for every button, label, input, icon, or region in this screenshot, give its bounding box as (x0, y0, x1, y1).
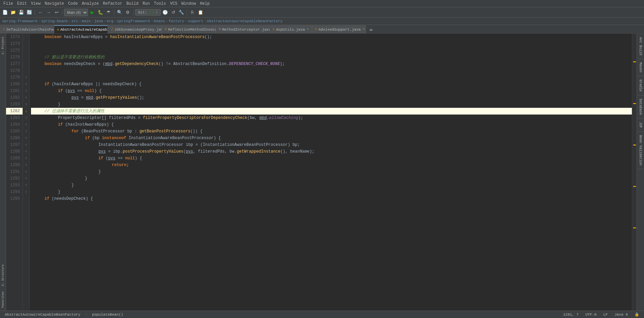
menu-help[interactable]: Help (198, 1, 212, 7)
bc-sep9: › (185, 19, 187, 23)
bc-beans[interactable]: beans (154, 19, 165, 23)
toolbar-revert[interactable]: ↺ (170, 9, 177, 16)
panel-favorites[interactable]: Favorites (1, 289, 5, 311)
tab-defaultadvisor[interactable]: C DefaultAdvisorChainFactory.java × (0, 25, 54, 33)
panel-jsf[interactable]: JSF (638, 119, 643, 132)
menu-edit[interactable]: Edit (15, 1, 29, 7)
toolbar-paste[interactable]: 📋 (197, 9, 204, 16)
scroll-marks[interactable] (632, 34, 637, 311)
tab-advisedsupport[interactable]: A AdvisedSupport.java × (312, 25, 366, 33)
gutter-1288[interactable]: ▽ (23, 135, 29, 141)
menu-analyze[interactable]: Analyze (80, 1, 101, 7)
menu-tools[interactable]: Tools (152, 1, 168, 7)
toolbar-coverage[interactable]: ☂ (105, 9, 112, 16)
toolbar-settings[interactable]: ⚙ (124, 9, 131, 16)
panel-gradle[interactable]: Gradle (638, 76, 643, 95)
bc-main[interactable]: main (82, 19, 90, 23)
bc-src[interactable]: src (71, 19, 78, 23)
gutter-1280[interactable]: ▽ (23, 81, 29, 88)
status-encoding[interactable]: UTF-8 (583, 313, 599, 317)
gutter-1285[interactable]: ▽ (23, 115, 29, 121)
menu-refactor[interactable]: Refactor (101, 1, 124, 7)
ln-1286: 1284 (6, 121, 23, 128)
git-push[interactable]: ✓ (152, 10, 154, 14)
status-linefeed[interactable]: LF (601, 313, 610, 317)
toolbar-history[interactable]: 🕐 (161, 9, 169, 16)
toolbar-annotate[interactable]: 🔧 (178, 9, 185, 16)
ln-1279: 1279 (6, 74, 23, 81)
bc-java[interactable]: java (94, 19, 103, 23)
ln-1273: 1273 (6, 34, 23, 40)
bc-spring-framework[interactable]: spring-framework (2, 19, 38, 23)
git-update[interactable]: ↑ (156, 10, 158, 14)
menu-window[interactable]: Window (179, 1, 198, 7)
gutter-1287[interactable]: ▽ (23, 128, 29, 135)
bc-support[interactable]: support (188, 19, 203, 23)
panel-ant-build[interactable]: Ant Build (638, 34, 643, 59)
code-line-1289: InstantiationAwareBeanPostProcessor ibp … (31, 141, 632, 148)
sep5 (187, 9, 187, 15)
toolbar-forward[interactable]: → (45, 9, 52, 16)
toolbar-sync[interactable]: 🔄 (26, 9, 33, 16)
tab-close-aoputils[interactable]: × (307, 28, 309, 31)
gutter-1282[interactable]: ▽ (23, 94, 29, 101)
tab-close-advisedsupport[interactable]: × (363, 28, 365, 31)
bc-factory[interactable]: factory (168, 19, 184, 23)
gutter-1283[interactable]: ▽ (23, 101, 29, 108)
bc-springframework[interactable]: springframework (117, 19, 150, 23)
tab-abstractautowire[interactable]: A AbstractAutowireCapableBeanFactory.jav… (54, 25, 108, 33)
toolbar-undo-nav[interactable]: ↩ (53, 9, 60, 16)
panel-project[interactable]: 1: Project (1, 34, 5, 57)
toolbar-back[interactable]: ← (37, 9, 44, 16)
panel-database[interactable]: Database (638, 95, 643, 119)
gutter-1293[interactable]: ▽ (23, 168, 29, 175)
toolbar-copy[interactable]: ⎘ (189, 9, 196, 16)
gutter-1276 (23, 54, 29, 61)
toolbar-save[interactable]: 💾 (18, 9, 25, 16)
sep1 (35, 9, 35, 15)
gutter-1286[interactable]: ▽ (23, 121, 29, 128)
ln-1274: 1274 (6, 40, 23, 47)
gutter-1289[interactable]: ▽ (23, 141, 29, 148)
gutter-1292[interactable]: ▽ (23, 162, 29, 168)
gutter-1281[interactable]: ▽ (23, 88, 29, 94)
toolbar-search[interactable]: 🔍 (116, 9, 123, 16)
status-arrow: › (85, 313, 87, 317)
toolbar-open[interactable]: 📁 (9, 9, 17, 16)
menu-code[interactable]: Code (66, 1, 80, 7)
code-line-1294: } (31, 175, 632, 182)
status-method[interactable]: populateBean() (90, 313, 125, 317)
tab-overflow[interactable]: ≫ (367, 26, 375, 33)
code-line-1281: if (pvs == null) { (31, 88, 632, 94)
code-line-1273: boolean hasInstAwareBpps = hasInstantiat… (31, 34, 632, 40)
menu-file[interactable]: File (1, 1, 15, 7)
panel-maven[interactable]: Maven (638, 59, 643, 76)
panel-structure[interactable]: 2: Structure (1, 262, 5, 289)
tab-methodinterceptor[interactable]: M MethodInterceptor.java × (216, 25, 270, 33)
status-path[interactable]: AbstractAutowireCapableBeanFactory (3, 313, 82, 317)
gutter-1295[interactable]: ▽ (23, 182, 29, 189)
menu-run[interactable]: Run (141, 1, 152, 7)
run-config-dropdown[interactable]: Main (4) (64, 9, 88, 16)
gutter-1290[interactable]: ▽ (23, 148, 29, 155)
tab-jdkdynamic[interactable]: J JdkDynamicAopProxy.java × (108, 25, 162, 33)
menu-vcs[interactable]: VCS (168, 1, 180, 7)
menu-build[interactable]: Build (124, 1, 141, 7)
bc-spring-beans[interactable]: spring-beans (41, 19, 68, 23)
gutter-1294[interactable]: ▽ (23, 175, 29, 182)
toolbar-new[interactable]: 📄 (1, 9, 9, 16)
gutter-1279[interactable]: ▽ (23, 74, 29, 81)
gutter-1296[interactable]: ▽ (23, 189, 29, 195)
menu-navigate[interactable]: Navigate (42, 1, 66, 7)
tab-aoputils[interactable]: A AopUtils.java × (270, 25, 312, 33)
tab-reflective[interactable]: R ReflectiveMethodInvocation.java × (162, 25, 216, 33)
toolbar-run[interactable]: ▶ (89, 9, 96, 16)
menu-view[interactable]: View (29, 1, 43, 7)
bc-org[interactable]: org (107, 19, 114, 23)
toolbar-debug[interactable]: 🐛 (97, 9, 104, 16)
bc-class[interactable]: AbstractAutowireCapableBeanFactory (207, 19, 282, 23)
code-line-1278 (31, 67, 632, 74)
gutter-1291[interactable]: ▽ (23, 155, 29, 162)
panel-bean-validation[interactable]: Bean Validation (638, 132, 643, 169)
code-area[interactable]: boolean hasInstAwareBpps = hasInstantiat… (30, 34, 632, 311)
